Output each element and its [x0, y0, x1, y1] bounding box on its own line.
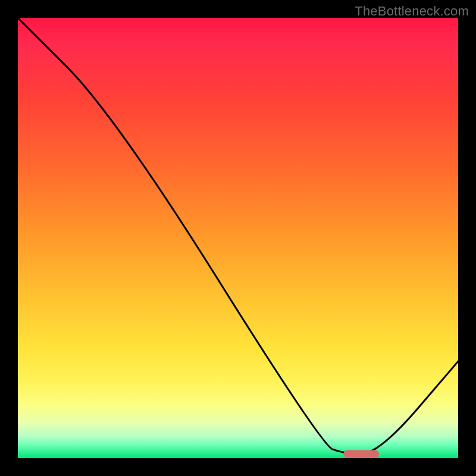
curve-line — [18, 18, 458, 454]
chart-overlay — [18, 18, 458, 458]
chart-frame: TheBottleneck.com — [0, 0, 476, 476]
optimum-marker — [344, 450, 379, 458]
watermark-text: TheBottleneck.com — [355, 4, 469, 19]
